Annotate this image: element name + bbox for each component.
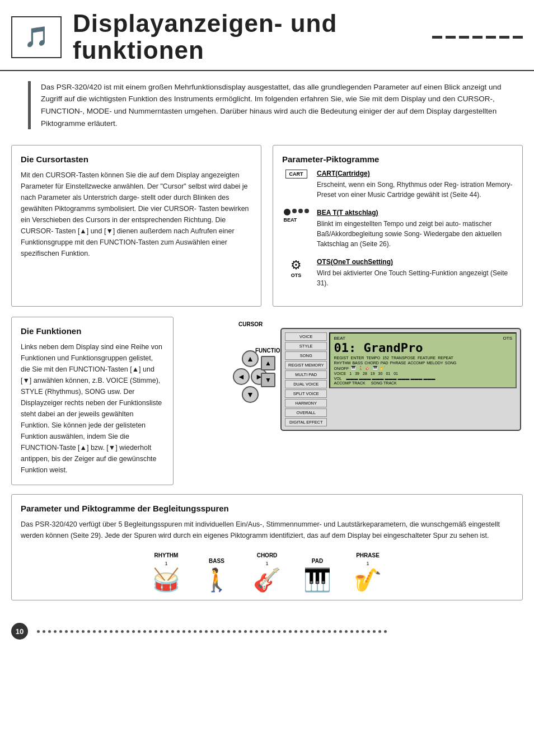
display-main: 01: GrandPro (334, 341, 512, 355)
func-split[interactable]: SPLIT VOICE (285, 389, 327, 398)
page-header: 🎵 Displayanzeigen- und funktionen (0, 0, 534, 71)
track-phrase-num: 1 (366, 561, 369, 566)
begleitungs-text: Das PSR-320/420 verfügt über 5 Begleitun… (21, 519, 513, 541)
page-title: Displayanzeigen- und funktionen (73, 10, 421, 64)
disp-v3: 28 (363, 372, 367, 375)
beat-dot-2 (298, 209, 303, 213)
device-display: BEAT OTS 01: GrandPro REGIST ENTER TEMPO (329, 332, 517, 388)
func-up-btn[interactable]: ▲ (261, 356, 275, 370)
bar1: ▬▬▬ (346, 377, 358, 381)
track-rhythm-label: RHYTHM (154, 552, 179, 558)
track-rhythm: RHYTHM 1 🥁 (152, 552, 180, 591)
track-pad-icon: 🎹 (303, 569, 331, 591)
func-regist[interactable]: REGIST MEMORY (285, 361, 327, 369)
func-overall[interactable]: OVERALL (285, 408, 327, 417)
bar6: ▬▬▬ (411, 377, 423, 381)
disp-melody: MELODY (427, 361, 443, 365)
middle-section: Die Funktionen Links neben dem Display s… (11, 317, 523, 485)
disp-accomp: ACCOMP (407, 361, 425, 365)
device-body: VOICE STYLE SONG REGIST MEMORY MULTI PAD… (280, 328, 521, 431)
cursor-panel: Die Cursortasten Mit den CURSOR-Tasten k… (11, 145, 261, 307)
track-pad: PAD 🎹 (303, 558, 331, 591)
track-icons-row: RHYTHM 1 🥁 BASS 🚶 CHORD 1 🎸 (21, 552, 513, 591)
arrow-left-btn[interactable]: ◄ (233, 368, 250, 385)
disp-tempo: TEMPO (366, 356, 380, 360)
track-chord-label: CHORD (257, 552, 278, 558)
cursor-text: Mit den CURSOR-Tasten können Sie die auf… (21, 170, 252, 259)
page-number: 10 (11, 623, 28, 640)
disp-feature: FEATURE (418, 356, 435, 360)
bar3: ▬▬▬ (372, 377, 384, 381)
pikt-beat: BEAT BEA T(T aktschlag) Blinkt im einges… (282, 209, 513, 249)
disp-enter: ENTER (351, 356, 364, 360)
cart-content: CART(Cartridge) Erscheint, wenn ein Song… (317, 170, 513, 200)
disp-152: 152 (382, 356, 389, 360)
track-phrase-icon: 🎷 (354, 569, 382, 591)
display-row1: BEAT OTS (334, 336, 512, 341)
beat-dot-1 (292, 209, 297, 213)
func-harmony[interactable]: HARMONY (285, 399, 327, 407)
disp-on-off: ON/OFF (334, 367, 348, 370)
func-style[interactable]: STYLE (285, 342, 327, 350)
display-vol-bars: VOL ▬▬▬ ▬▬▬ ▬▬▬ ▬▬▬ ▬▬▬ ▬▬▬ ▬▬▬ (334, 377, 512, 381)
disp-bass: BASS (352, 361, 363, 365)
logo-icon: 🎵 (24, 27, 49, 47)
begleitungs-title: Parameter und Piktogramme der Begleitung… (21, 504, 513, 513)
display-voice-row: ON/OFF 🎹 🚶 🎸 🎹 🎷 (334, 366, 512, 370)
func-multi[interactable]: MULTI PAD (285, 370, 327, 379)
disp-v1: 1 (349, 372, 352, 375)
bar4: ▬▬▬ (385, 377, 397, 381)
beat-label: BEAT (284, 217, 297, 223)
arrow-down-btn[interactable]: ▼ (242, 386, 259, 403)
disp-chord: CHORD (364, 361, 379, 365)
func-voice[interactable]: VOICE (285, 332, 327, 341)
beat-dot-3 (305, 209, 309, 213)
arrow-up-btn[interactable]: ▲ (242, 350, 259, 367)
upper-two-col: Die Cursortasten Mit den CURSOR-Tasten k… (11, 145, 523, 307)
track-pad-label: PAD (312, 558, 323, 564)
disp-transpose: TRANSPOSE (391, 356, 415, 360)
func-digital[interactable]: DIGITAL EFFECT (285, 418, 327, 426)
disp-icon4: 🎹 (373, 366, 378, 370)
vol-label: VOL (334, 377, 341, 381)
track-bass: BASS 🚶 (203, 558, 231, 591)
ots-icon: ⚙ (291, 258, 302, 273)
display-vol-row: VOICE 1 39 28 19 30 01 01 (334, 372, 512, 375)
parameter-panel: Parameter-Piktogramme CART CART(Cartridg… (273, 145, 523, 307)
pikt-ots: ⚙ OTS OTS(OneT ouchSetting) Wird bei akt… (282, 258, 513, 288)
track-phrase-label: PHRASE (356, 552, 380, 558)
cursor-title: Die Cursortasten (21, 154, 252, 164)
disp-icon2: 🚶 (358, 366, 363, 370)
cart-icon-box: CART (285, 170, 307, 179)
cart-desc: Erscheint, wenn ein Song, Rhythmus oder … (317, 180, 513, 200)
disp-repeat: REPEAT (438, 356, 453, 360)
parameter-title: Parameter-Piktogramme (282, 154, 513, 164)
device-right: BEAT OTS 01: GrandPro REGIST ENTER TEMPO (329, 332, 517, 426)
func-song[interactable]: SONG (285, 351, 327, 360)
beat-dot-large (284, 209, 291, 215)
device-inner: VOICE STYLE SONG REGIST MEMORY MULTI PAD… (285, 332, 517, 426)
track-rhythm-icon: 🥁 (152, 569, 180, 591)
disp-v5: 30 (378, 372, 383, 375)
display-name: GrandPro (363, 341, 423, 355)
disp-phrase: PHRASE (390, 361, 406, 365)
func-down-btn[interactable]: ▼ (261, 373, 275, 387)
disp-voice-lbl: VOICE (334, 372, 346, 375)
display-number: 01: (334, 341, 356, 355)
disp-v4: 19 (371, 372, 375, 375)
func-dual[interactable]: DUAL VOICE (285, 380, 327, 388)
disp-icon5: 🎷 (380, 366, 385, 370)
track-rhythm-num: 1 (165, 561, 167, 566)
bar2: ▬▬▬ (359, 377, 371, 381)
function-list-col: VOICE STYLE SONG REGIST MEMORY MULTI PAD… (285, 332, 327, 426)
disp-song: SONG (445, 361, 457, 365)
dots-decoration (37, 630, 523, 633)
function-panel: Die Funktionen Links neben dem Display s… (11, 317, 174, 485)
bar7: ▬▬▬ (424, 377, 435, 381)
device-area: CURSOR FUNCTION ▲ ◄ ► ▼ ▲ ▼ (182, 317, 523, 462)
track-bass-icon: 🚶 (203, 569, 231, 591)
cursor-label: CURSOR (238, 321, 263, 327)
display-track-labels: ACCOMP TRACK SONG TRACK (334, 381, 512, 385)
disp-icon3: 🎸 (366, 366, 371, 370)
bar5: ▬▬▬ (398, 377, 410, 381)
